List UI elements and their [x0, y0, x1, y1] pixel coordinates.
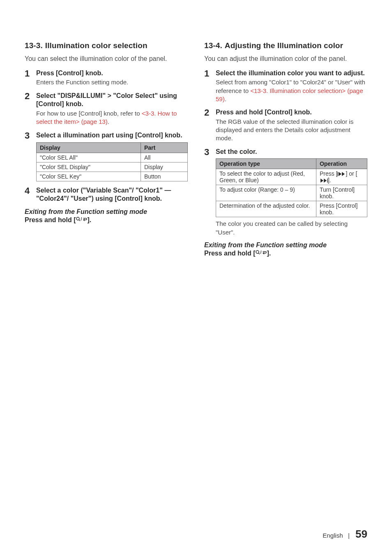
skip-forward-icon [320, 178, 328, 183]
after-table-note: The color you created can be called by s… [216, 220, 367, 237]
step-item: Select a illumination part using [Contro… [25, 131, 188, 181]
page-footer: English | 59 [25, 520, 367, 541]
table-row: "Color SEL Display" Display [37, 162, 188, 172]
illumination-part-table: Display Part "Color SEL All" All "Color … [36, 142, 188, 181]
footer-separator: | [348, 532, 350, 539]
table-header: Part [141, 142, 187, 153]
step-item: Select the illumination color you want t… [204, 69, 367, 104]
svg-line-1 [79, 220, 80, 221]
exit-post: ]. [267, 250, 271, 257]
table-header-row: Display Part [37, 142, 188, 153]
skip-back-icon [337, 172, 346, 176]
svg-point-9 [256, 251, 259, 253]
table-cell: Determination of the adjusted color. [216, 201, 316, 217]
svg-marker-6 [321, 179, 323, 183]
exit-instruction: Press and hold [/]. [25, 216, 188, 224]
step-title: Select a color ("Variable Scan"/ "Color1… [36, 186, 188, 204]
heading-text: Illumination color selection [45, 41, 148, 50]
svg-marker-4 [339, 172, 341, 176]
table-row: To select the color to adjust (Red, Gree… [216, 169, 367, 185]
step-list: Select the illumination color you want t… [204, 69, 367, 237]
table-cell: Turn [Control] knob. [316, 185, 367, 201]
step-body: Enters the Function setting mode. [36, 78, 188, 86]
section-intro: You can select the illumination color of… [25, 54, 188, 63]
table-cell: Press [Control] knob. [316, 201, 367, 217]
step-item: Press [Control] knob. Enters the Functio… [25, 69, 188, 87]
table-cell: To select the color to adjust (Red, Gree… [216, 169, 316, 185]
table-cell: "Color SEL All" [37, 153, 141, 162]
exit-pre: Press and hold [ [204, 250, 255, 257]
heading-number: 13-3. [25, 41, 43, 50]
step-body-post: . [225, 95, 226, 102]
table-cell: Display [141, 162, 187, 172]
step-body-post: . [108, 118, 109, 125]
chevron-right-icon: > [107, 92, 111, 99]
page-root: 13-3.Illumination color selection You ca… [0, 0, 392, 557]
step-title: Select "DISP&ILLUMI" > "Color Select" us… [36, 92, 188, 109]
table-cell: "Color SEL Key" [37, 172, 141, 181]
svg-text:/: / [81, 217, 82, 221]
section-heading-13-3: 13-3.Illumination color selection [25, 41, 188, 50]
table-header: Operation [316, 159, 367, 169]
exit-instruction: Press and hold [/]. [204, 250, 367, 257]
svg-marker-7 [324, 179, 327, 183]
op-mid: ] or [ [346, 170, 357, 177]
step-title: Select the illumination color you want t… [216, 69, 367, 78]
exit-heading: Exiting from the Function setting mode [25, 208, 188, 216]
op-post: ]. [328, 177, 331, 183]
exit-post: ]. [87, 216, 91, 223]
section-heading-13-4: 13-4.Adjusting the Illumination color [204, 41, 367, 50]
step-title: Select a illumination part using [Contro… [36, 131, 188, 140]
table-row: To adjust color (Range: 0 – 9) Turn [Con… [216, 185, 367, 201]
table-cell: To adjust color (Range: 0 – 9) [216, 185, 316, 201]
step-item: Set the color. Operation type Operation … [204, 148, 367, 237]
operation-table: Operation type Operation To select the c… [216, 158, 367, 217]
step-title: Press [Control] knob. [36, 69, 188, 78]
section-intro: You can adjust the illumination color of… [204, 54, 367, 63]
table-row: "Color SEL All" All [37, 153, 188, 162]
step-item: Press and hold [Control] knob. The RGB v… [204, 108, 367, 143]
svg-line-10 [258, 253, 260, 254]
op-pre: Press [ [320, 170, 338, 177]
exit-heading: Exiting from the Function setting mode [204, 241, 367, 249]
table-header-row: Operation type Operation [216, 159, 367, 169]
step-title-pre: Select "DISP&ILLUMI" [36, 92, 106, 99]
table-cell: "Color SEL Display" [37, 162, 141, 172]
left-column: 13-3.Illumination color selection You ca… [25, 41, 188, 257]
footer-language: English [323, 532, 343, 539]
table-cell: Button [141, 172, 187, 181]
step-list: Press [Control] knob. Enters the Functio… [25, 69, 188, 204]
table-row: Determination of the adjusted color. Pre… [216, 201, 367, 217]
step-body: For how to use [Control] knob, refer to … [36, 109, 188, 126]
step-item: Select a color ("Variable Scan"/ "Color1… [25, 186, 188, 204]
right-column: 13-4.Adjusting the Illumination color Yo… [204, 41, 367, 257]
step-title: Press and hold [Control] knob. [216, 108, 367, 117]
heading-text: Adjusting the Illumination color [225, 41, 343, 50]
exit-pre: Press and hold [ [25, 216, 76, 223]
page-number: 59 [355, 528, 367, 540]
step-title: Set the color. [216, 148, 367, 156]
table-cell: Press [] or []. [316, 169, 367, 185]
svg-point-0 [76, 217, 79, 220]
search-return-icon: / [255, 250, 267, 257]
step-body-pre: For how to use [Control] knob, refer to [36, 110, 142, 117]
heading-number: 13-4. [204, 41, 222, 50]
svg-marker-5 [342, 172, 345, 176]
svg-text:/: / [261, 250, 262, 255]
step-item: Select "DISP&ILLUMI" > "Color Select" us… [25, 92, 188, 126]
search-return-icon: / [76, 216, 87, 223]
table-header: Display [37, 142, 141, 153]
table-row: "Color SEL Key" Button [37, 172, 188, 181]
svg-rect-3 [337, 172, 338, 176]
step-body: Select from among "Color1" to "Color24" … [216, 78, 367, 103]
two-column-layout: 13-3.Illumination color selection You ca… [25, 41, 367, 257]
step-body: The RGB value of the selected illuminati… [216, 118, 367, 143]
table-header: Operation type [216, 159, 316, 169]
table-cell: All [141, 153, 187, 162]
